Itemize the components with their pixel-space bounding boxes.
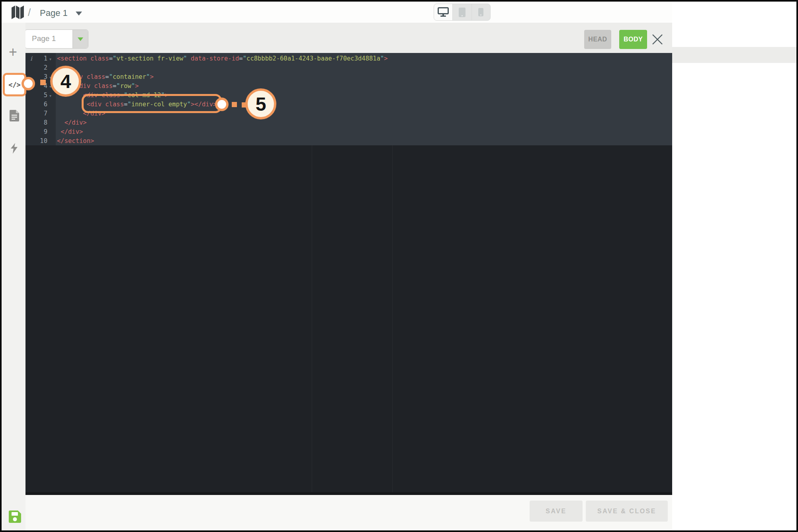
screenshot-border xyxy=(0,530,798,532)
gutter-row: 2 xyxy=(25,63,56,72)
mobile-icon xyxy=(478,8,483,16)
line-number: 7 xyxy=(25,109,47,118)
code-line[interactable]: </section> xyxy=(57,137,388,146)
page-select-dropdown[interactable]: Page 1 xyxy=(25,29,88,49)
screenshot-border xyxy=(796,0,798,532)
code-line[interactable]: </div> xyxy=(57,127,388,137)
tablet-preview-button[interactable] xyxy=(453,4,471,20)
lightning-icon[interactable] xyxy=(11,143,18,154)
add-icon[interactable]: + xyxy=(9,45,17,59)
callout-5-highlight-box xyxy=(82,94,222,113)
code-line[interactable] xyxy=(57,63,388,72)
save-button[interactable]: SAVE xyxy=(530,501,583,522)
editor-pane-divider xyxy=(392,145,393,492)
left-sidebar xyxy=(2,23,25,530)
callout-4-connector-dot xyxy=(22,77,35,90)
mobile-preview-button[interactable] xyxy=(472,4,490,20)
code-line[interactable]: </div> xyxy=(57,118,388,127)
breadcrumb-page-title: Page 1 xyxy=(40,8,68,18)
chevron-down-icon xyxy=(78,37,83,41)
fold-caret-icon[interactable]: ▾ xyxy=(49,55,51,64)
callout-step-5: 5 xyxy=(245,88,276,119)
editor-bottom-strip xyxy=(25,492,672,495)
head-tab-button[interactable]: HEAD xyxy=(584,30,611,49)
fold-caret-icon[interactable]: ▾ xyxy=(49,91,51,100)
line-number: 8 xyxy=(25,118,47,127)
gutter-row: 7 xyxy=(25,109,56,118)
page-select-value: Page 1 xyxy=(32,34,56,43)
save-disk-icon[interactable] xyxy=(9,510,21,523)
callout-4-dash xyxy=(40,80,46,85)
line-number: 10 xyxy=(25,137,47,146)
gutter-row: 8 xyxy=(25,118,56,127)
code-line[interactable]: <div class="container"> xyxy=(57,72,388,82)
callout-5-connector-dot xyxy=(215,98,229,111)
gutter-row: i1▾ xyxy=(25,54,56,63)
callout-5-dash xyxy=(232,102,237,107)
code-line[interactable]: <section class="vt-section fr-view" data… xyxy=(57,54,388,63)
document-icon[interactable] xyxy=(10,110,20,121)
line-number: 2 xyxy=(25,63,47,72)
page-background-band xyxy=(672,47,796,63)
code-line[interactable]: <div class="row"> xyxy=(57,82,388,91)
gutter-row: 9 xyxy=(25,127,56,137)
body-tab-button[interactable]: BODY xyxy=(619,30,647,49)
callout-step-4: 4 xyxy=(50,66,81,97)
editor-toolbar xyxy=(25,23,672,53)
tablet-icon xyxy=(459,8,465,17)
breadcrumb-separator: / xyxy=(28,6,31,19)
gutter-rows: i1▾23▾4▾5▾678910 xyxy=(25,54,56,146)
gutter-row: 5▾ xyxy=(25,91,56,100)
editor-empty-area xyxy=(25,145,672,492)
code-icon[interactable]: </> xyxy=(8,81,21,89)
gutter-row: 6 xyxy=(25,100,56,109)
page-background-right xyxy=(672,2,796,530)
gutter-row: 10 xyxy=(25,137,56,146)
editor-pane-divider xyxy=(312,145,312,492)
map-logo-icon[interactable] xyxy=(11,5,25,20)
line-number: 5 xyxy=(25,91,47,100)
page-builder-window: / Page 1 Page 1 HEAD BODY xyxy=(0,0,798,532)
callout-5-number: 5 xyxy=(256,93,266,115)
screenshot-border xyxy=(0,0,2,532)
line-number: 6 xyxy=(25,100,47,109)
device-preview-toggle xyxy=(434,4,491,21)
desktop-preview-button[interactable] xyxy=(434,4,453,20)
breadcrumb-dropdown-caret-icon[interactable] xyxy=(76,12,82,16)
save-and-close-button[interactable]: SAVE & CLOSE xyxy=(586,501,668,522)
screenshot-border xyxy=(0,0,798,2)
callout-4-number: 4 xyxy=(61,70,71,92)
page-select-arrow-button[interactable] xyxy=(72,30,88,48)
close-icon[interactable] xyxy=(651,33,664,46)
desktop-icon xyxy=(438,7,449,17)
line-number: 1 xyxy=(25,54,47,63)
line-number: 9 xyxy=(25,127,47,137)
